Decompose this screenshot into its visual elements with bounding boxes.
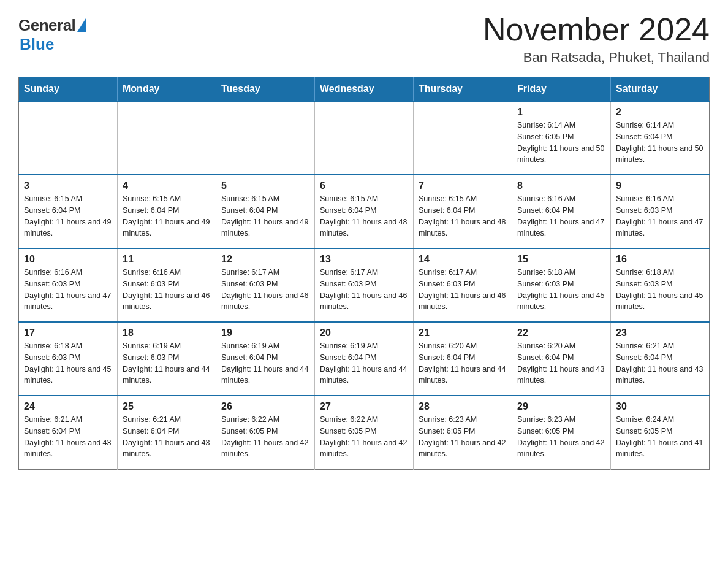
- day-cell: 15Sunrise: 6:18 AMSunset: 6:03 PMDayligh…: [512, 248, 611, 322]
- day-number: 28: [419, 401, 507, 412]
- day-number: 17: [24, 327, 112, 339]
- day-info: Sunrise: 6:19 AMSunset: 6:03 PMDaylight:…: [123, 340, 211, 386]
- day-info: Sunrise: 6:21 AMSunset: 6:04 PMDaylight:…: [616, 340, 704, 386]
- day-info: Sunrise: 6:17 AMSunset: 6:03 PMDaylight:…: [320, 267, 408, 313]
- calendar-header: SundayMondayTuesdayWednesdayThursdayFrid…: [19, 77, 710, 102]
- day-cell: 21Sunrise: 6:20 AMSunset: 6:04 PMDayligh…: [414, 322, 512, 396]
- day-number: 8: [517, 180, 605, 191]
- day-info: Sunrise: 6:22 AMSunset: 6:05 PMDaylight:…: [320, 414, 408, 460]
- day-cell: 19Sunrise: 6:19 AMSunset: 6:04 PMDayligh…: [216, 322, 315, 396]
- calendar-table: SundayMondayTuesdayWednesdayThursdayFrid…: [18, 77, 710, 470]
- day-info: Sunrise: 6:17 AMSunset: 6:03 PMDaylight:…: [221, 267, 309, 313]
- month-title: November 2024: [483, 12, 710, 47]
- day-cell: [118, 101, 216, 175]
- day-number: 29: [517, 401, 605, 412]
- day-number: 22: [517, 327, 605, 339]
- logo-blue-text: Blue: [20, 35, 54, 54]
- day-number: 24: [24, 401, 112, 412]
- day-cell: [216, 101, 315, 175]
- day-info: Sunrise: 6:22 AMSunset: 6:05 PMDaylight:…: [221, 414, 309, 460]
- day-number: 25: [123, 401, 211, 412]
- header-row: SundayMondayTuesdayWednesdayThursdayFrid…: [19, 77, 710, 102]
- day-cell: 6Sunrise: 6:15 AMSunset: 6:04 PMDaylight…: [315, 175, 414, 248]
- day-cell: 26Sunrise: 6:22 AMSunset: 6:05 PMDayligh…: [216, 396, 315, 469]
- day-cell: 2Sunrise: 6:14 AMSunset: 6:04 PMDaylight…: [611, 101, 710, 175]
- day-cell: 25Sunrise: 6:21 AMSunset: 6:04 PMDayligh…: [118, 396, 216, 469]
- day-info: Sunrise: 6:14 AMSunset: 6:04 PMDaylight:…: [616, 120, 704, 166]
- day-number: 3: [24, 180, 112, 191]
- day-info: Sunrise: 6:16 AMSunset: 6:03 PMDaylight:…: [24, 267, 112, 313]
- day-cell: 14Sunrise: 6:17 AMSunset: 6:03 PMDayligh…: [414, 248, 512, 322]
- day-cell: 12Sunrise: 6:17 AMSunset: 6:03 PMDayligh…: [216, 248, 315, 322]
- day-number: 6: [320, 180, 408, 191]
- day-info: Sunrise: 6:17 AMSunset: 6:03 PMDaylight:…: [419, 267, 507, 313]
- day-number: 26: [221, 401, 309, 412]
- day-number: 23: [616, 327, 704, 339]
- day-cell: 20Sunrise: 6:19 AMSunset: 6:04 PMDayligh…: [315, 322, 414, 396]
- day-cell: 16Sunrise: 6:18 AMSunset: 6:03 PMDayligh…: [611, 248, 710, 322]
- day-cell: 17Sunrise: 6:18 AMSunset: 6:03 PMDayligh…: [19, 322, 118, 396]
- day-cell: 27Sunrise: 6:22 AMSunset: 6:05 PMDayligh…: [315, 396, 414, 469]
- week-row-0: 1Sunrise: 6:14 AMSunset: 6:05 PMDaylight…: [19, 101, 710, 175]
- week-row-4: 24Sunrise: 6:21 AMSunset: 6:04 PMDayligh…: [19, 396, 710, 469]
- day-number: 13: [320, 254, 408, 265]
- title-block: November 2024 Ban Ratsada, Phuket, Thail…: [483, 12, 710, 66]
- header-monday: Monday: [118, 77, 216, 102]
- day-info: Sunrise: 6:15 AMSunset: 6:04 PMDaylight:…: [24, 193, 112, 239]
- day-info: Sunrise: 6:15 AMSunset: 6:04 PMDaylight:…: [320, 193, 408, 239]
- day-cell: 24Sunrise: 6:21 AMSunset: 6:04 PMDayligh…: [19, 396, 118, 469]
- day-info: Sunrise: 6:18 AMSunset: 6:03 PMDaylight:…: [24, 340, 112, 386]
- day-cell: 11Sunrise: 6:16 AMSunset: 6:03 PMDayligh…: [118, 248, 216, 322]
- day-number: 27: [320, 401, 408, 412]
- day-cell: 7Sunrise: 6:15 AMSunset: 6:04 PMDaylight…: [414, 175, 512, 248]
- day-cell: 10Sunrise: 6:16 AMSunset: 6:03 PMDayligh…: [19, 248, 118, 322]
- day-number: 19: [221, 327, 309, 339]
- day-number: 7: [419, 180, 507, 191]
- day-number: 18: [123, 327, 211, 339]
- location-title: Ban Ratsada, Phuket, Thailand: [483, 50, 710, 66]
- day-cell: [19, 101, 118, 175]
- header-sunday: Sunday: [19, 77, 118, 102]
- day-cell: 4Sunrise: 6:15 AMSunset: 6:04 PMDaylight…: [118, 175, 216, 248]
- day-info: Sunrise: 6:20 AMSunset: 6:04 PMDaylight:…: [517, 340, 605, 386]
- header-friday: Friday: [512, 77, 611, 102]
- day-info: Sunrise: 6:19 AMSunset: 6:04 PMDaylight:…: [221, 340, 309, 386]
- day-number: 15: [517, 254, 605, 265]
- day-cell: 18Sunrise: 6:19 AMSunset: 6:03 PMDayligh…: [118, 322, 216, 396]
- header-tuesday: Tuesday: [216, 77, 315, 102]
- day-info: Sunrise: 6:15 AMSunset: 6:04 PMDaylight:…: [419, 193, 507, 239]
- day-number: 2: [616, 107, 704, 118]
- day-number: 16: [616, 254, 704, 265]
- day-cell: 1Sunrise: 6:14 AMSunset: 6:05 PMDaylight…: [512, 101, 611, 175]
- week-row-3: 17Sunrise: 6:18 AMSunset: 6:03 PMDayligh…: [19, 322, 710, 396]
- day-info: Sunrise: 6:15 AMSunset: 6:04 PMDaylight:…: [123, 193, 211, 239]
- day-number: 11: [123, 254, 211, 265]
- week-row-2: 10Sunrise: 6:16 AMSunset: 6:03 PMDayligh…: [19, 248, 710, 322]
- day-info: Sunrise: 6:18 AMSunset: 6:03 PMDaylight:…: [517, 267, 605, 313]
- day-number: 21: [419, 327, 507, 339]
- day-number: 9: [616, 180, 704, 191]
- day-number: 12: [221, 254, 309, 265]
- day-info: Sunrise: 6:19 AMSunset: 6:04 PMDaylight:…: [320, 340, 408, 386]
- calendar-body: 1Sunrise: 6:14 AMSunset: 6:05 PMDaylight…: [19, 101, 710, 469]
- day-info: Sunrise: 6:16 AMSunset: 6:04 PMDaylight:…: [517, 193, 605, 239]
- day-number: 20: [320, 327, 408, 339]
- day-cell: 28Sunrise: 6:23 AMSunset: 6:05 PMDayligh…: [414, 396, 512, 469]
- header-wednesday: Wednesday: [315, 77, 414, 102]
- day-cell: [315, 101, 414, 175]
- day-cell: 23Sunrise: 6:21 AMSunset: 6:04 PMDayligh…: [611, 322, 710, 396]
- day-info: Sunrise: 6:21 AMSunset: 6:04 PMDaylight:…: [24, 414, 112, 460]
- day-info: Sunrise: 6:14 AMSunset: 6:05 PMDaylight:…: [517, 120, 605, 166]
- logo-triangle-icon: [77, 18, 86, 32]
- header-thursday: Thursday: [414, 77, 512, 102]
- logo-general-text: General: [18, 16, 75, 35]
- day-number: 30: [616, 401, 704, 412]
- day-cell: 29Sunrise: 6:23 AMSunset: 6:05 PMDayligh…: [512, 396, 611, 469]
- day-cell: 30Sunrise: 6:24 AMSunset: 6:05 PMDayligh…: [611, 396, 710, 469]
- day-cell: 8Sunrise: 6:16 AMSunset: 6:04 PMDaylight…: [512, 175, 611, 248]
- day-info: Sunrise: 6:20 AMSunset: 6:04 PMDaylight:…: [419, 340, 507, 386]
- page-header: General Blue November 2024 Ban Ratsada, …: [18, 12, 710, 66]
- day-number: 4: [123, 180, 211, 191]
- day-cell: [414, 101, 512, 175]
- day-info: Sunrise: 6:18 AMSunset: 6:03 PMDaylight:…: [616, 267, 704, 313]
